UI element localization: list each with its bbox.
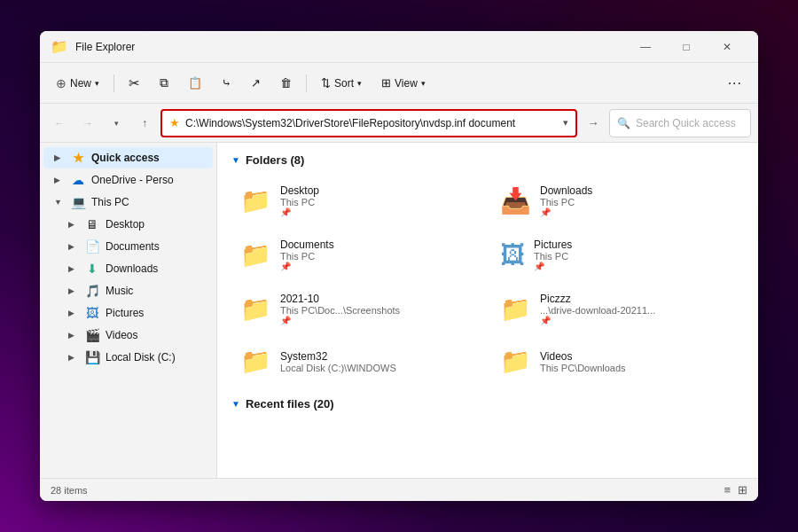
folder-item-pictures[interactable]: 🖼 Pictures This PC 📌 — [491, 231, 744, 278]
sidebar-item-this-pc[interactable]: ▼ 💻 This PC — [43, 192, 213, 213]
pictures-icon: 🖼 — [84, 306, 100, 320]
view-button[interactable]: ⊞ View ▾ — [372, 69, 434, 98]
sidebar-music-label: Music — [106, 285, 206, 297]
desktop-chevron-icon: ▶ — [68, 220, 79, 229]
recent-files-label: Recent files (20) — [246, 397, 334, 411]
sidebar-item-quick-access[interactable]: ▶ ★ Quick access — [43, 147, 213, 168]
navigate-button[interactable]: → — [581, 111, 606, 136]
share-icon: ↗ — [251, 76, 261, 90]
titlebar: 📁 File Explorer — □ ✕ — [40, 31, 758, 63]
folder-item-system32[interactable]: 📁 System32 Local Disk (C:)\WINDOWS — [231, 340, 484, 383]
address-chevron-icon[interactable]: ▾ — [563, 117, 568, 129]
cut-button[interactable]: ✂ — [120, 69, 149, 98]
delete-button[interactable]: 🗑 — [271, 69, 301, 98]
maximize-button[interactable]: □ — [666, 31, 707, 63]
share-button[interactable]: ↗ — [242, 69, 270, 98]
folder-item-videos[interactable]: 📁 Videos This PC\Downloads — [491, 340, 744, 383]
sidebar-videos-label: Videos — [106, 329, 206, 341]
up-button[interactable]: ↑ — [132, 111, 157, 136]
folder-videos-icon: 📁 — [500, 347, 531, 376]
sidebar-item-videos[interactable]: ▶ 🎬 Videos — [43, 325, 213, 346]
downloads-icon: ⬇ — [84, 262, 100, 276]
sidebar-this-pc-label: This PC — [91, 196, 206, 208]
paste-icon: 📋 — [188, 76, 202, 90]
folder-videos-name: Videos — [540, 350, 626, 363]
content-area: ▼ Folders (8) 📁 Desktop This PC 📌 📥 — [217, 143, 758, 478]
more-options-button[interactable]: ··· — [719, 69, 751, 98]
folder-documents-path: This PC — [280, 251, 334, 262]
copy-button[interactable]: ⧉ — [151, 69, 177, 98]
local-disk-icon: 💾 — [84, 350, 100, 364]
folder-documents-icon: 📁 — [240, 240, 271, 270]
sidebar-local-disk-label: Local Disk (C:) — [106, 351, 206, 364]
search-box[interactable]: 🔍 Search Quick access — [609, 109, 751, 137]
navigate-arrow-icon: → — [588, 116, 599, 129]
folder-item-documents[interactable]: 📁 Documents This PC 📌 — [231, 231, 484, 278]
main-area: ▶ ★ Quick access ▶ ☁ OneDrive - Perso ▼ … — [40, 143, 758, 478]
cut-icon: ✂ — [129, 75, 140, 91]
folder-item-desktop[interactable]: 📁 Desktop This PC 📌 — [231, 177, 484, 224]
sidebar-desktop-label: Desktop — [106, 218, 206, 231]
sidebar-item-onedrive[interactable]: ▶ ☁ OneDrive - Perso — [43, 169, 213, 191]
toolbar: ⊕ New ▾ ✂ ⧉ 📋 ⤷ ↗ 🗑 ⇅ Sort ▾ ⊞ — [40, 63, 758, 104]
sort-label: Sort — [334, 77, 354, 90]
address-bar: ← → ▾ ↑ ★ ▾ → 🔍 Search Quick access — [40, 104, 758, 143]
titlebar-title: File Explorer — [75, 41, 625, 53]
address-input[interactable] — [185, 117, 558, 129]
grid-view-button[interactable]: ⊞ — [738, 483, 747, 497]
documents-chevron-icon: ▶ — [68, 242, 79, 251]
folder-piczzz-pin-icon: 📌 — [540, 316, 655, 325]
minimize-button[interactable]: — — [625, 31, 666, 63]
recent-files-header[interactable]: ▼ Recent files (20) — [231, 397, 744, 411]
folder-pictures-icon: 🖼 — [500, 240, 525, 270]
folder-item-piczzz[interactable]: 📁 Piczzz ...\drive-download-20211... 📌 — [491, 286, 744, 332]
paste-button[interactable]: 📋 — [179, 69, 211, 98]
onedrive-chevron-icon: ▶ — [54, 176, 65, 184]
folder-item-downloads[interactable]: 📥 Downloads This PC 📌 — [491, 177, 744, 224]
sidebar-item-documents[interactable]: ▶ 📄 Documents — [43, 236, 213, 257]
back-button[interactable]: ← — [47, 111, 72, 136]
folder-system32-icon: 📁 — [240, 347, 271, 376]
list-view-button[interactable]: ≡ — [724, 483, 731, 497]
view-chevron-icon: ▾ — [421, 79, 426, 88]
sidebar-item-desktop[interactable]: ▶ 🖥 Desktop — [43, 214, 213, 235]
sidebar-item-music[interactable]: ▶ 🎵 Music — [43, 280, 213, 301]
move-to-button[interactable]: ⤷ — [213, 69, 240, 98]
this-pc-computer-icon: 💻 — [70, 195, 86, 209]
forward-button[interactable]: → — [75, 111, 100, 136]
sort-icon: ⇅ — [321, 76, 331, 90]
folder-2021-10-name: 2021-10 — [280, 293, 400, 305]
folder-videos-path: This PC\Downloads — [540, 363, 626, 373]
folder-pictures-path: This PC — [534, 251, 572, 262]
close-button[interactable]: ✕ — [707, 31, 747, 63]
videos-chevron-icon: ▶ — [68, 331, 79, 340]
recent-files-section: ▼ Recent files (20) — [231, 397, 744, 411]
sidebar-onedrive-label: OneDrive - Perso — [91, 174, 206, 186]
delete-icon: 🗑 — [280, 76, 292, 90]
pictures-chevron-icon: ▶ — [68, 309, 79, 317]
folders-section-chevron-icon: ▼ — [231, 155, 240, 165]
sidebar-item-pictures[interactable]: ▶ 🖼 Pictures — [43, 302, 213, 324]
folders-section-label: Folders (8) — [246, 153, 304, 167]
folder-item-2021-10[interactable]: 📁 2021-10 This PC\Doc...\Screenshots 📌 — [231, 286, 484, 332]
local-disk-chevron-icon: ▶ — [68, 353, 79, 362]
sidebar-quick-access-label: Quick access — [91, 152, 206, 164]
folder-documents-name: Documents — [280, 239, 334, 251]
folder-piczzz-icon: 📁 — [500, 294, 531, 324]
new-button[interactable]: ⊕ New ▾ — [47, 69, 108, 98]
forward-icon: → — [82, 117, 93, 129]
toolbar-separator-2 — [306, 74, 307, 92]
view-icon: ⊞ — [381, 76, 391, 90]
folder-desktop-name: Desktop — [280, 184, 319, 197]
titlebar-icon: 📁 — [51, 38, 68, 55]
address-input-box[interactable]: ★ ▾ — [160, 109, 577, 137]
folder-downloads-path: This PC — [540, 197, 592, 207]
view-label: View — [395, 77, 418, 90]
toolbar-separator-1 — [113, 74, 114, 92]
folders-section-header[interactable]: ▼ Folders (8) — [231, 153, 744, 167]
sort-button[interactable]: ⇅ Sort ▾ — [312, 69, 371, 98]
sidebar-item-downloads[interactable]: ▶ ⬇ Downloads — [43, 258, 213, 279]
sidebar-item-local-disk[interactable]: ▶ 💾 Local Disk (C:) — [43, 347, 213, 368]
recent-locations-button[interactable]: ▾ — [104, 111, 129, 136]
titlebar-controls: — □ ✕ — [625, 31, 747, 63]
